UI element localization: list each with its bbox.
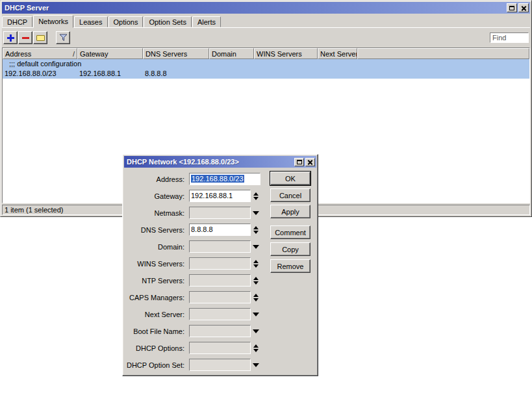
field-label: CAPS Managers: [124,294,188,301]
plus-icon [7,34,14,42]
comment-icon [36,35,45,41]
tab-dhcp[interactable]: DHCP [2,16,32,27]
apply-button[interactable]: Apply [270,205,310,218]
close-button[interactable] [518,3,529,12]
add-button[interactable] [3,31,18,44]
tab-networks[interactable]: Networks [33,15,73,28]
tab-bar: DHCP Networks Leases Options Option Sets… [2,15,530,28]
dhcp-options-input[interactable] [189,342,251,354]
cancel-button[interactable]: Cancel [270,188,310,202]
column-header-gateway[interactable]: Gateway [77,48,143,59]
boot-file-name-dropdown[interactable] [251,325,260,337]
toolbar [3,31,529,45]
column-header-address[interactable]: Address / [3,48,77,59]
down-arrow-icon [253,349,259,352]
tab-label: Alerts [197,18,216,26]
boot-file-name-input[interactable] [189,325,251,337]
field-row-dhcp-option-set: DHCP Option Set: [124,358,316,372]
field-row-ntp-servers: NTP Servers: [124,274,316,287]
netmask-dropdown[interactable] [251,207,260,219]
remove-button[interactable] [18,31,32,44]
dns-servers-input[interactable]: 8.8.8.8 [189,224,251,236]
next-server-dropdown[interactable] [251,308,260,320]
column-label: Domain [212,50,236,58]
field-label: DHCP Options: [124,344,188,352]
restore-button[interactable] [507,3,517,12]
column-header-next-server[interactable]: Next Server [318,48,357,59]
up-arrow-icon [253,344,259,348]
ntp-servers-input[interactable] [189,274,251,287]
dialog-restore-button[interactable] [294,158,304,166]
dhcp-option-set-dropdown[interactable] [251,359,260,371]
filter-button[interactable] [56,31,70,44]
ntp-servers-stepper[interactable] [251,274,260,287]
down-arrow-icon [253,197,259,200]
field-row-boot-file-name: Boot File Name: [124,324,316,338]
tab-alerts[interactable]: Alerts [192,16,221,27]
comment-button[interactable]: Comment [270,225,310,239]
down-arrow-icon [253,264,259,268]
remove-button[interactable]: Remove [270,259,310,273]
field-label: Next Server: [124,311,188,318]
restore-icon [297,160,302,164]
restore-icon [509,6,514,10]
dropdown-arrow-icon [253,211,259,215]
cell-wins-servers [254,69,318,79]
domain-dropdown[interactable] [251,240,260,253]
tab-leases[interactable]: Leases [74,16,107,27]
dialog-close-button[interactable] [305,158,315,166]
caps-managers-input[interactable] [189,291,251,303]
cell-domain [209,69,254,79]
main-titlebar[interactable]: DHCP Server [2,2,530,14]
column-label: DNS Servers [146,50,187,58]
field-label: DHCP Option Set: [124,361,188,369]
comment-text: ;;; default configuration [9,59,81,69]
field-label: Domain: [124,243,188,251]
tab-options[interactable]: Options [108,16,144,27]
tab-label: Networks [38,18,68,25]
dialog-titlebar[interactable]: DHCP Network <192.168.88.0/23> [124,156,316,168]
minus-icon [22,37,29,39]
dropdown-arrow-icon [253,363,259,367]
column-header-wins-servers[interactable]: WINS Servers [254,48,318,59]
copy-button[interactable]: Copy [270,242,310,256]
comment-row[interactable]: ;;; default configuration [3,59,529,69]
field-row-dhcp-options: DHCP Options: [124,341,316,355]
dhcp-options-stepper[interactable] [251,342,260,354]
table-header: Address / Gateway DNS Servers Domain WIN… [3,48,529,59]
wins-servers-input[interactable] [189,257,251,270]
netmask-input[interactable] [189,207,251,219]
close-icon [307,159,313,165]
next-server-input[interactable] [189,308,251,320]
caps-managers-stepper[interactable] [251,291,260,303]
address-input[interactable]: 192.168.88.0/23 [189,173,260,185]
field-value: 8.8.8.8 [191,225,213,233]
dropdown-arrow-icon [253,313,259,316]
column-header-dns-servers[interactable]: DNS Servers [143,48,209,59]
wins-servers-stepper[interactable] [251,257,260,270]
dropdown-arrow-icon [253,329,259,333]
field-label: Gateway: [124,192,188,200]
gateway-stepper[interactable] [251,190,260,202]
column-header-domain[interactable]: Domain [209,48,254,59]
dhcp-option-set-input[interactable] [189,359,251,371]
comment-button[interactable] [33,31,47,44]
field-row-caps-managers: CAPS Managers: [124,290,316,304]
field-label: Netmask: [124,209,188,217]
ok-button[interactable]: OK [270,172,310,185]
find-input[interactable] [490,32,529,43]
up-arrow-icon [253,260,259,263]
up-arrow-icon [253,294,259,297]
field-row-next-server: Next Server: [124,307,316,321]
gateway-input[interactable]: 192.168.88.1 [189,190,251,202]
field-value: 192.168.88.1 [191,192,233,199]
field-label: NTP Servers: [124,277,188,285]
field-label: WINS Servers: [124,260,188,268]
cell-gateway: 192.168.88.1 [77,69,143,79]
network-row[interactable]: 192.168.88.0/23 192.168.88.1 8.8.8.8 [3,69,529,79]
tab-option-sets[interactable]: Option Sets [144,16,191,27]
dns-servers-stepper[interactable] [251,224,260,236]
domain-input[interactable] [189,240,251,253]
down-arrow-icon [253,298,259,301]
field-label: Address: [124,175,188,183]
